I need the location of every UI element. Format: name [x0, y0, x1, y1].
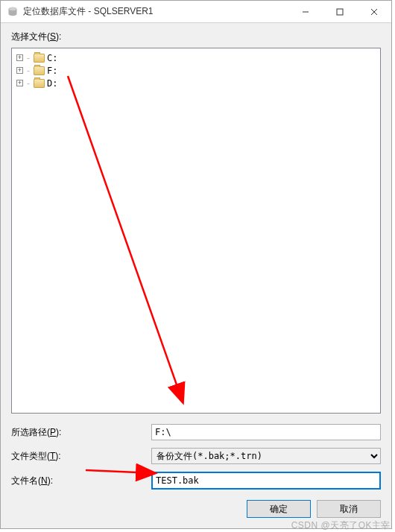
expand-icon[interactable]: + — [16, 67, 23, 74]
tree-item-drive[interactable]: + - F: — [13, 64, 379, 77]
watermark: CSDN @天亮了OK主宰 — [291, 519, 391, 532]
minimize-button[interactable] — [288, 1, 323, 22]
path-label: 所选路径(P): — [11, 426, 151, 439]
window-title: 定位数据库文件 - SQLSERVER1 — [23, 5, 288, 18]
folder-icon — [34, 66, 45, 75]
drive-label: D: — [47, 78, 57, 89]
file-type-select[interactable]: 备份文件(*.bak;*.trn) — [151, 448, 381, 464]
tree-item-drive[interactable]: + - C: — [13, 51, 379, 64]
expand-icon[interactable]: + — [16, 80, 23, 86]
select-files-label: 选择文件(S): — [11, 31, 381, 43]
drive-label: F: — [47, 66, 57, 76]
connector-icon: - — [25, 66, 31, 76]
close-button[interactable] — [357, 1, 391, 22]
cancel-button[interactable]: 取消 — [317, 500, 381, 518]
tree-item-drive[interactable]: + - D: — [13, 77, 379, 89]
dialog-buttons: 确定 取消 — [11, 497, 381, 521]
maximize-button[interactable] — [323, 1, 357, 22]
window-controls — [288, 1, 391, 22]
filename-label: 文件名(N): — [11, 475, 151, 487]
svg-point-1 — [9, 7, 17, 10]
folder-icon — [34, 79, 45, 88]
drive-label: C: — [47, 53, 57, 63]
dialog-window: 定位数据库文件 - SQLSERVER1 选择文件(S): + - C: — [0, 0, 392, 529]
ok-button[interactable]: 确定 — [247, 500, 311, 518]
connector-icon: - — [25, 78, 31, 89]
filename-input[interactable] — [151, 472, 381, 490]
form-rows: 所选路径(P): F:\ 文件类型(T): 备份文件(*.bak;*.trn) — [11, 419, 381, 497]
path-field[interactable]: F:\ — [151, 424, 381, 440]
file-type-label: 文件类型(T): — [11, 450, 151, 463]
connector-icon: - — [25, 53, 31, 63]
folder-icon — [34, 54, 45, 63]
client-area: 选择文件(S): + - C: + - F: + - D: — [1, 23, 391, 528]
expand-icon[interactable]: + — [16, 54, 23, 61]
svg-rect-3 — [337, 9, 343, 15]
app-icon — [7, 6, 19, 18]
drive-tree[interactable]: + - C: + - F: + - D: — [11, 48, 381, 414]
titlebar: 定位数据库文件 - SQLSERVER1 — [1, 1, 391, 23]
